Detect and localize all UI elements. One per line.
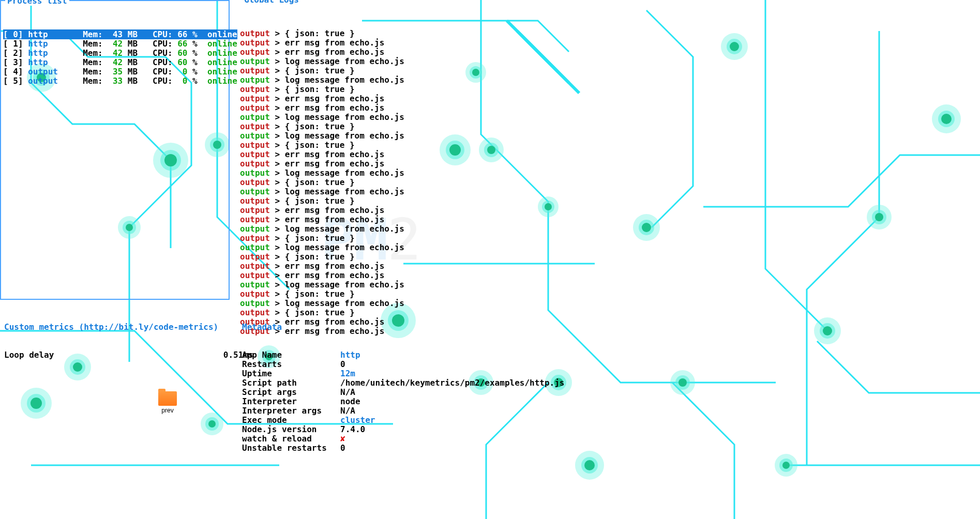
global-logs-panel[interactable]: Global Logs output > { json: true }outpu… [238, 0, 979, 302]
log-line: output > log message from echo.js [240, 187, 977, 196]
log-line: output > err msg from echo.js [240, 206, 977, 215]
metadata-row: Interpreternode [242, 397, 975, 406]
log-line: output > { json: true } [240, 196, 977, 206]
process-list-title: Process list [5, 0, 69, 6]
log-line: output > { json: true } [240, 85, 977, 94]
process-list-panel[interactable]: Process list [ 0] http Mem: 43 MB CPU: 6… [0, 0, 230, 300]
log-line: output > err msg from echo.js [240, 48, 977, 57]
log-line: output > err msg from echo.js [240, 103, 977, 113]
metadata-title: Metadata [242, 322, 282, 332]
folder-label: prev [155, 407, 180, 414]
log-line: output > log message from echo.js [240, 75, 977, 85]
process-row[interactable]: [ 2] http Mem: 42 MB CPU: 60 % online [3, 49, 227, 58]
log-line: output > { json: true } [240, 29, 977, 38]
metadata-row: Unstable restarts0 [242, 444, 975, 453]
metadata-row: Restarts0 [242, 360, 975, 369]
process-row[interactable]: [ 4] output Mem: 35 MB CPU: 0 % online [3, 67, 227, 77]
log-line: output > log message from echo.js [240, 280, 977, 289]
log-line: output > log message from echo.js [240, 113, 977, 122]
folder-prev[interactable]: prev [155, 391, 180, 414]
log-line: output > { json: true } [240, 66, 977, 75]
log-line: output > { json: true } [240, 178, 977, 187]
global-logs-title: Global Logs [242, 0, 301, 5]
log-line: output > { json: true } [240, 289, 977, 299]
svg-point-59 [782, 462, 790, 469]
log-line: output > err msg from echo.js [240, 215, 977, 224]
log-line: output > err msg from echo.js [240, 38, 977, 48]
metadata-row: Exec modecluster [242, 416, 975, 425]
log-line: output > log message from echo.js [240, 57, 977, 66]
log-line: output > log message from echo.js [240, 131, 977, 141]
log-line: output > log message from echo.js [240, 243, 977, 252]
custom-metrics-panel[interactable]: Custom metrics (http://bit.ly/code-metri… [0, 302, 238, 420]
folder-icon [158, 391, 177, 406]
svg-point-32 [208, 420, 216, 428]
process-row[interactable]: [ 0] http Mem: 43 MB CPU: 66 % online [3, 30, 227, 39]
metric-row: Loop delay 0.51ms [4, 350, 234, 360]
log-line: output > err msg from echo.js [240, 262, 977, 271]
log-line: output > { json: true } [240, 252, 977, 262]
log-line: output > err msg from echo.js [240, 150, 977, 159]
process-row[interactable]: [ 3] http Mem: 42 MB CPU: 60 % online [3, 58, 227, 67]
metadata-row: Node.js version7.4.0 [242, 425, 975, 434]
log-line: output > { json: true } [240, 141, 977, 150]
log-line: output > log message from echo.js [240, 224, 977, 234]
process-row[interactable]: [ 1] http Mem: 42 MB CPU: 66 % online [3, 39, 227, 49]
metadata-row: App Namehttp [242, 350, 975, 360]
metadata-row: Script argsN/A [242, 388, 975, 397]
metadata-row: watch & reload✘ [242, 434, 975, 444]
log-line: output > { json: true } [240, 234, 977, 243]
log-line: output > err msg from echo.js [240, 159, 977, 169]
metadata-row: Script path/home/unitech/keymetrics/pm2/… [242, 378, 975, 388]
log-line: output > err msg from echo.js [240, 271, 977, 280]
metadata-row: Uptime12m [242, 369, 975, 378]
metadata-row: Interpreter argsN/A [242, 406, 975, 416]
custom-metrics-title: Custom metrics (http://bit.ly/code-metri… [4, 322, 218, 332]
log-line: output > { json: true } [240, 122, 977, 131]
metadata-panel[interactable]: Metadata App NamehttpRestarts0Uptime12mS… [238, 302, 979, 420]
process-row[interactable]: [ 5] output Mem: 33 MB CPU: 0 % online [3, 77, 227, 86]
log-line: output > err msg from echo.js [240, 94, 977, 103]
log-line: output > log message from echo.js [240, 169, 977, 178]
